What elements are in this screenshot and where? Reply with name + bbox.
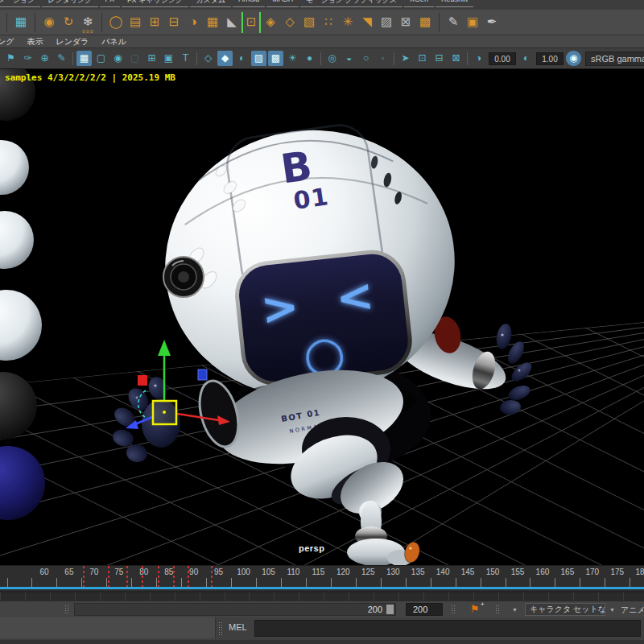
panel-menu-item-1[interactable]: 表示 bbox=[20, 35, 49, 47]
drag-grip-icon[interactable] bbox=[64, 605, 70, 615]
snap-icon[interactable]: ⊕ bbox=[37, 51, 52, 66]
range-handle[interactable] bbox=[386, 605, 394, 614]
frame-label-160[interactable]: 160 bbox=[536, 568, 550, 576]
chevron-down-icon[interactable]: ▼ bbox=[512, 607, 518, 613]
frame-label-90[interactable]: 90 bbox=[189, 568, 198, 576]
viewport-panel[interactable]: B 01 bbox=[0, 69, 644, 565]
film-gate-icon[interactable]: ▢ bbox=[93, 51, 109, 66]
mash-frame-icon[interactable]: ⊠ bbox=[396, 12, 415, 33]
frame-label-65[interactable]: 65 bbox=[64, 568, 73, 576]
mash-world-icon[interactable]: ▤ bbox=[126, 12, 145, 33]
add-bookmark-icon[interactable]: ⚑+ bbox=[470, 603, 480, 615]
curve-pencil-icon[interactable]: ✎ bbox=[444, 12, 463, 33]
panel-menu-item-0[interactable]: ライティング bbox=[0, 35, 20, 47]
frame-label-120[interactable]: 120 bbox=[336, 568, 350, 576]
keyframe-tick[interactable] bbox=[126, 566, 128, 587]
keyframe-tick[interactable] bbox=[211, 566, 213, 587]
keyframe-tick[interactable] bbox=[142, 566, 143, 587]
wireframe-icon[interactable]: ◇ bbox=[200, 51, 216, 66]
default-material-icon[interactable]: ◐ bbox=[234, 51, 250, 66]
mash-add-icon[interactable]: ⊞ bbox=[145, 12, 164, 33]
menu-item-8[interactable]: XGen bbox=[404, 0, 434, 7]
mash-shape-icon[interactable]: ◈ bbox=[261, 12, 280, 33]
menu-item-9[interactable]: Redshift bbox=[436, 0, 473, 7]
gamma-field[interactable]: 1.00 bbox=[536, 52, 564, 65]
mash-layers-icon[interactable]: ◇ bbox=[280, 12, 299, 33]
mash-spread-icon[interactable]: ∷ bbox=[319, 12, 338, 33]
mash-grid-icon[interactable]: ▦ bbox=[203, 12, 222, 33]
menu-item-4[interactable]: カスタム bbox=[190, 0, 231, 7]
wireframe-on-shaded-icon[interactable]: ▩ bbox=[268, 51, 283, 66]
frame-label-175[interactable]: 175 bbox=[610, 568, 624, 576]
frame-label-170[interactable]: 170 bbox=[586, 568, 600, 576]
manipulator-xz-plane[interactable] bbox=[138, 375, 147, 386]
frame-label-85[interactable]: 85 bbox=[164, 568, 173, 576]
frame-label-115[interactable]: 115 bbox=[312, 568, 324, 576]
menu-item-7[interactable]: モーション グラフィックス bbox=[300, 0, 402, 7]
panel-menu-item-3[interactable]: パネル bbox=[95, 35, 133, 47]
character-set-field[interactable]: キャラクタ セットなし bbox=[525, 603, 605, 616]
menu-item-1[interactable]: レンダリング bbox=[42, 0, 97, 7]
robot-face-screen[interactable]: > < ○ bbox=[234, 249, 414, 390]
zero-transforms-icon[interactable]: ❄0,0,0 bbox=[78, 12, 97, 33]
manipulator-xy-plane[interactable] bbox=[198, 369, 207, 380]
frame-label-100[interactable]: 100 bbox=[237, 568, 250, 576]
contrast-icon[interactable]: ◐ bbox=[518, 51, 534, 66]
resolution-gate-icon[interactable]: ◉ bbox=[110, 51, 126, 66]
single-pane-icon[interactable]: ⊡ bbox=[415, 51, 430, 66]
mash-blend-icon[interactable]: ◑ bbox=[184, 12, 203, 33]
turntable-icon[interactable]: ◉ bbox=[39, 12, 59, 33]
mash-rotate-icon[interactable]: ◣ bbox=[222, 12, 242, 33]
frame-label-105[interactable]: 105 bbox=[262, 568, 275, 576]
mel-command-input[interactable] bbox=[254, 620, 641, 637]
gate-mask-icon[interactable]: ▢ bbox=[127, 51, 142, 66]
keyframe-tick[interactable] bbox=[158, 566, 159, 587]
time-editor-icon[interactable]: ↻ bbox=[59, 12, 78, 33]
lights-icon[interactable]: ☀ bbox=[285, 51, 300, 66]
playback-range-track[interactable]: 200 bbox=[74, 603, 396, 616]
chevron-down-icon[interactable]: ▼ bbox=[609, 607, 615, 613]
frame-label-95[interactable]: 95 bbox=[214, 568, 223, 576]
frame-label-80[interactable]: 80 bbox=[139, 568, 148, 576]
frame-label-75[interactable]: 75 bbox=[114, 568, 123, 576]
keyframe-tick[interactable] bbox=[188, 566, 189, 587]
pencil-icon[interactable]: ✎ bbox=[54, 51, 69, 66]
timeline-ruler[interactable]: 6065707580859095100105110115120125130135… bbox=[0, 566, 644, 587]
motion-blur-icon[interactable]: ○ bbox=[358, 51, 374, 66]
colorspace-dropdown[interactable]: sRGB gamma (legacy) ▼ bbox=[585, 52, 644, 66]
panel-menu-item-2[interactable]: レンダラ bbox=[49, 35, 95, 47]
drag-grip-icon[interactable] bbox=[495, 605, 501, 615]
menu-item-2[interactable]: FX bbox=[100, 0, 121, 7]
menu-item-3[interactable]: FX キャッシング bbox=[122, 0, 188, 7]
menu-item-6[interactable]: MASH bbox=[266, 0, 299, 7]
mash-stack-icon[interactable]: ▨ bbox=[377, 12, 396, 33]
mash-cube-icon[interactable]: ▧ bbox=[299, 12, 319, 33]
frame-label-130[interactable]: 130 bbox=[386, 568, 400, 576]
annotate-icon[interactable]: ✑ bbox=[20, 51, 35, 66]
frame-label-155[interactable]: 155 bbox=[511, 568, 525, 576]
animation-preferences-button[interactable]: アニメーション bbox=[621, 605, 644, 616]
frame-label-135[interactable]: 135 bbox=[411, 568, 425, 576]
mash-flip-icon[interactable]: ◥ bbox=[357, 12, 377, 33]
gamma-toggle-icon[interactable]: ◉ bbox=[566, 51, 581, 66]
frame-label-140[interactable]: 140 bbox=[436, 568, 450, 576]
textured-icon[interactable]: ▨ bbox=[251, 51, 266, 66]
drag-grip-icon[interactable] bbox=[451, 605, 456, 615]
field-chart-icon[interactable]: ⊞ bbox=[144, 51, 159, 66]
mash-wheel-icon[interactable]: ✳ bbox=[338, 12, 357, 33]
frame-label-150[interactable]: 150 bbox=[486, 568, 500, 576]
ui-window-icon[interactable]: ▦ bbox=[11, 12, 31, 33]
frame-label-145[interactable]: 145 bbox=[461, 568, 475, 576]
frame-label-125[interactable]: 125 bbox=[361, 568, 375, 576]
menu-item-0[interactable]: アニメーション bbox=[0, 0, 40, 7]
menu-item-5[interactable]: Arnold bbox=[233, 0, 265, 7]
frame-label-180[interactable]: 180 bbox=[635, 568, 644, 576]
current-time-field[interactable]: 200 bbox=[406, 603, 443, 616]
grid-icon[interactable]: ▦ bbox=[76, 51, 92, 66]
lattice-box-icon[interactable]: ▣ bbox=[463, 12, 482, 33]
frame-label-60[interactable]: 60 bbox=[39, 568, 48, 576]
frame-label-70[interactable]: 70 bbox=[89, 568, 98, 576]
pane-layouts-icon[interactable]: ⊟ bbox=[431, 51, 447, 66]
keyframe-tick[interactable] bbox=[83, 566, 85, 587]
anti-alias-icon[interactable]: ◒ bbox=[341, 51, 357, 66]
